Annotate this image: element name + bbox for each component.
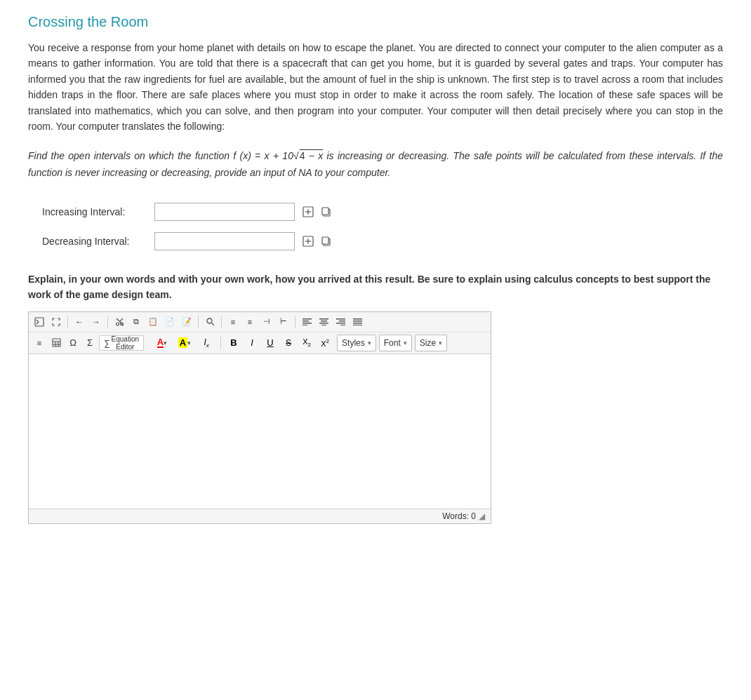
editor-toolbar: ← → ⧉ 📋 📄 📝 — [29, 312, 491, 354]
svg-rect-24 — [321, 321, 327, 322]
italic-btn[interactable]: I — [244, 335, 260, 351]
bold-btn[interactable]: B — [226, 335, 241, 351]
superscript-btn[interactable]: X2 — [317, 335, 333, 351]
toolbar-row2-left: ≡ Ω Σ ∑ Equation Editor — [32, 335, 144, 351]
svg-rect-9 — [322, 237, 328, 244]
bg-arrow: ▾ — [187, 339, 191, 346]
increasing-icons — [300, 204, 334, 220]
sep5 — [295, 316, 295, 328]
intro-text: You receive a response from your home pl… — [28, 40, 723, 134]
underline-label: U — [267, 337, 273, 348]
toolbar-row1: ← → ⧉ 📋 📄 📝 — [29, 312, 491, 332]
bg-color-btn[interactable]: A ▾ — [175, 335, 194, 351]
omega-btn[interactable]: Ω — [65, 335, 81, 351]
sup-label: X2 — [321, 338, 329, 348]
color-arrow: ▾ — [164, 339, 167, 346]
increasing-icon2[interactable] — [319, 204, 334, 220]
svg-rect-34 — [353, 325, 362, 325]
indent-btn[interactable]: ⊢ — [276, 314, 291, 330]
underline-btn[interactable]: U — [262, 335, 278, 351]
align-right-btn[interactable] — [333, 314, 348, 330]
increasing-interval-row: Increasing Interval: — [42, 203, 723, 221]
decreasing-interval-row: Decreasing Interval: — [42, 232, 723, 250]
redo-btn[interactable]: → — [88, 314, 104, 330]
styles-dropdown[interactable]: Styles ▾ — [337, 335, 376, 351]
svg-line-11 — [36, 320, 39, 322]
styles-label: Styles — [342, 338, 365, 348]
ol-btn[interactable]: ≡ — [225, 314, 241, 330]
intervals-section: Increasing Interval: Decreasing Interval… — [28, 203, 723, 250]
font-arrow: ▾ — [404, 339, 407, 346]
svg-line-12 — [36, 322, 39, 324]
sub-label: X2 — [303, 337, 311, 348]
svg-rect-23 — [319, 318, 328, 320]
font-color-btn[interactable]: A ▾ — [152, 335, 172, 351]
size-dropdown[interactable]: Size ▾ — [415, 335, 447, 351]
size-arrow: ▾ — [439, 339, 442, 346]
svg-line-16 — [120, 318, 123, 321]
paste-text-btn[interactable]: 📄 — [162, 314, 178, 330]
find-btn[interactable] — [202, 314, 218, 330]
svg-rect-26 — [321, 325, 326, 325]
svg-rect-22 — [303, 325, 307, 325]
sep3 — [198, 316, 199, 328]
sep6 — [220, 337, 221, 349]
strikethrough-btn[interactable]: S — [281, 335, 296, 351]
undo-btn[interactable]: ← — [72, 314, 87, 330]
decreasing-label: Decreasing Interval: — [42, 236, 154, 247]
italic-label: I — [251, 337, 253, 348]
font-label: Font — [384, 338, 401, 348]
svg-point-17 — [207, 318, 212, 323]
sigma-btn[interactable]: Σ — [82, 335, 98, 351]
align-center-btn[interactable] — [316, 314, 331, 330]
explain-prompt: Explain, in your own words and with your… — [28, 271, 723, 303]
svg-rect-19 — [303, 318, 312, 320]
copy-btn[interactable]: ⧉ — [128, 314, 144, 330]
align-justify-btn[interactable] — [350, 314, 365, 330]
clear-format-btn[interactable]: Ix — [197, 335, 215, 351]
decreasing-input[interactable] — [154, 232, 295, 250]
size-label: Size — [420, 338, 436, 348]
page-title: Crossing the Room — [28, 14, 723, 30]
decreasing-icon1[interactable] — [300, 234, 316, 249]
decreasing-icons — [300, 234, 334, 249]
decreasing-icon2[interactable] — [319, 234, 334, 249]
align-left-btn[interactable] — [299, 314, 314, 330]
dropdowns: Styles ▾ Font ▾ Size ▾ — [337, 335, 447, 351]
subscript-btn[interactable]: X2 — [299, 335, 314, 351]
sep1 — [67, 316, 68, 328]
blockquote-btn[interactable]: ≡ — [32, 335, 47, 351]
toolbar-row2: ≡ Ω Σ ∑ Equation Editor — [29, 332, 491, 354]
outdent-btn[interactable]: ⊣ — [259, 314, 274, 330]
math-problem: Find the open intervals on which the fun… — [28, 148, 723, 182]
sep2 — [107, 316, 108, 328]
svg-rect-28 — [339, 321, 345, 322]
word-count: Words: 0 — [442, 511, 476, 521]
maximize-btn[interactable] — [48, 314, 64, 330]
svg-rect-27 — [336, 318, 345, 320]
equation-editor-btn[interactable]: ∑ Equation Editor — [99, 335, 144, 351]
cut-btn[interactable] — [112, 314, 127, 330]
font-dropdown[interactable]: Font ▾ — [379, 335, 412, 351]
svg-rect-33 — [353, 323, 362, 324]
ul-btn[interactable]: ≡ — [242, 314, 258, 330]
clear-format-label: Ix — [204, 337, 208, 349]
equation-icon: ∑ — [104, 338, 110, 348]
paste-btn[interactable]: 📋 — [145, 314, 161, 330]
svg-rect-4 — [322, 208, 328, 215]
resize-handle[interactable]: ◢ — [479, 511, 485, 521]
toolbar-row2-right: A ▾ A ▾ Ix B I U — [152, 335, 333, 351]
svg-line-18 — [211, 323, 214, 326]
svg-rect-25 — [319, 323, 328, 324]
increasing-icon1[interactable] — [300, 204, 316, 220]
source-btn[interactable] — [32, 314, 47, 330]
svg-rect-32 — [353, 321, 362, 322]
editor-container: ← → ⧉ 📋 📄 📝 — [28, 311, 491, 524]
svg-point-14 — [116, 323, 119, 325]
paste-word-btn[interactable]: 📝 — [179, 314, 194, 330]
editor-body[interactable] — [29, 354, 491, 509]
bg-color-label: A — [178, 337, 187, 348]
increasing-input[interactable] — [154, 203, 295, 221]
table-btn[interactable] — [48, 335, 64, 351]
increasing-label: Increasing Interval: — [42, 206, 154, 217]
